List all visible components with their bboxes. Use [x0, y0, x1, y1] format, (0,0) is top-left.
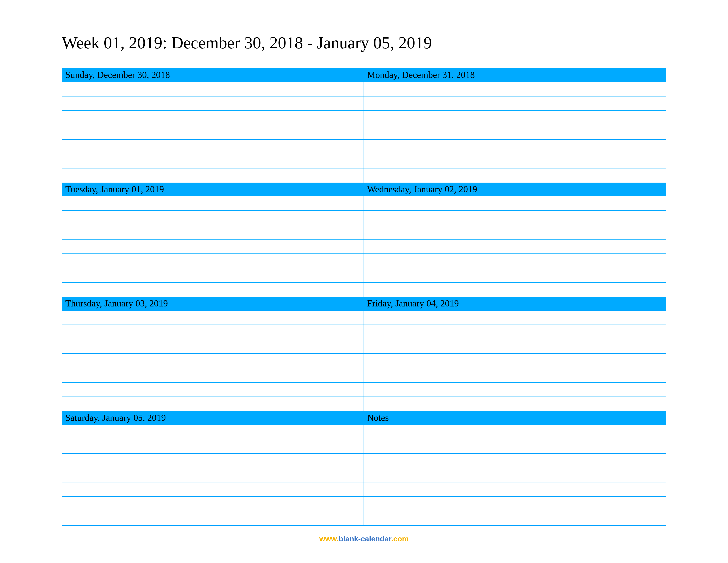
day-header: Notes — [364, 411, 666, 425]
day-header: Friday, January 04, 2019 — [364, 297, 666, 310]
line-row[interactable] — [364, 96, 666, 110]
line-row[interactable] — [364, 439, 666, 453]
line-row[interactable] — [364, 154, 666, 168]
line-row[interactable] — [62, 482, 364, 496]
line-row[interactable] — [364, 482, 666, 496]
line-row[interactable] — [62, 496, 364, 511]
day-block-wednesday: Wednesday, January 02, 2019 — [364, 182, 666, 297]
line-row[interactable] — [364, 496, 666, 511]
line-row[interactable] — [62, 468, 364, 482]
line-row[interactable] — [62, 139, 364, 154]
day-lines — [364, 424, 666, 525]
day-block-sunday: Sunday, December 30, 2018 — [62, 68, 364, 182]
line-row[interactable] — [62, 253, 364, 268]
line-row[interactable] — [364, 424, 666, 439]
day-lines — [364, 196, 666, 297]
line-row[interactable] — [62, 225, 364, 239]
line-row[interactable] — [62, 96, 364, 110]
line-row[interactable] — [62, 397, 364, 411]
day-block-thursday: Thursday, January 03, 2019 — [62, 297, 364, 411]
line-row[interactable] — [364, 353, 666, 368]
line-row[interactable] — [62, 511, 364, 525]
line-row[interactable] — [62, 283, 364, 297]
day-block-saturday: Saturday, January 05, 2019 — [62, 411, 364, 525]
day-block-monday: Monday, December 31, 2018 — [364, 68, 666, 182]
line-row[interactable] — [62, 368, 364, 382]
line-row[interactable] — [62, 453, 364, 468]
day-header: Saturday, January 05, 2019 — [62, 411, 364, 425]
footer-domain: blank-calendar — [339, 535, 391, 543]
line-row[interactable] — [364, 210, 666, 224]
line-row[interactable] — [364, 239, 666, 253]
line-row[interactable] — [364, 110, 666, 125]
line-row[interactable] — [364, 268, 666, 282]
line-row[interactable] — [62, 339, 364, 353]
day-lines — [62, 310, 364, 411]
day-header: Monday, December 31, 2018 — [364, 68, 666, 82]
line-row[interactable] — [364, 283, 666, 297]
line-row[interactable] — [364, 253, 666, 268]
day-header: Tuesday, January 01, 2019 — [62, 182, 364, 196]
line-row[interactable] — [62, 353, 364, 368]
day-block-friday: Friday, January 04, 2019 — [364, 297, 666, 411]
line-row[interactable] — [364, 325, 666, 339]
line-row[interactable] — [62, 268, 364, 282]
line-row[interactable] — [62, 154, 364, 168]
line-row[interactable] — [62, 382, 364, 397]
line-row[interactable] — [364, 511, 666, 525]
line-row[interactable] — [364, 468, 666, 482]
line-row[interactable] — [364, 339, 666, 353]
footer-www: www. — [319, 535, 339, 543]
line-row[interactable] — [364, 368, 666, 382]
day-lines — [364, 310, 666, 411]
day-header: Wednesday, January 02, 2019 — [364, 182, 666, 196]
line-row[interactable] — [62, 110, 364, 125]
line-row[interactable] — [364, 225, 666, 239]
line-row[interactable] — [62, 82, 364, 96]
line-row[interactable] — [62, 125, 364, 139]
day-lines — [62, 196, 364, 297]
line-row[interactable] — [62, 196, 364, 210]
footer-dotcom: .com — [391, 535, 409, 543]
line-row[interactable] — [364, 125, 666, 139]
line-row[interactable] — [364, 453, 666, 468]
line-row[interactable] — [62, 168, 364, 182]
day-header: Thursday, January 03, 2019 — [62, 297, 364, 310]
line-row[interactable] — [62, 210, 364, 224]
line-row[interactable] — [62, 239, 364, 253]
calendar-grid: Sunday, December 30, 2018 Monday, Decemb… — [62, 68, 666, 526]
line-row[interactable] — [62, 325, 364, 339]
line-row[interactable] — [364, 82, 666, 96]
day-block-tuesday: Tuesday, January 01, 2019 — [62, 182, 364, 297]
line-row[interactable] — [364, 139, 666, 154]
day-lines — [62, 82, 364, 182]
line-row[interactable] — [364, 168, 666, 182]
day-lines — [364, 82, 666, 182]
line-row[interactable] — [364, 382, 666, 397]
day-block-notes: Notes — [364, 411, 666, 525]
line-row[interactable] — [62, 310, 364, 325]
day-header: Sunday, December 30, 2018 — [62, 68, 364, 82]
line-row[interactable] — [62, 439, 364, 453]
line-row[interactable] — [364, 397, 666, 411]
footer-link[interactable]: www.blank-calendar.com — [62, 535, 666, 543]
page-title: Week 01, 2019: December 30, 2018 - Janua… — [62, 33, 666, 52]
day-lines — [62, 424, 364, 525]
line-row[interactable] — [62, 424, 364, 439]
line-row[interactable] — [364, 310, 666, 325]
line-row[interactable] — [364, 196, 666, 210]
